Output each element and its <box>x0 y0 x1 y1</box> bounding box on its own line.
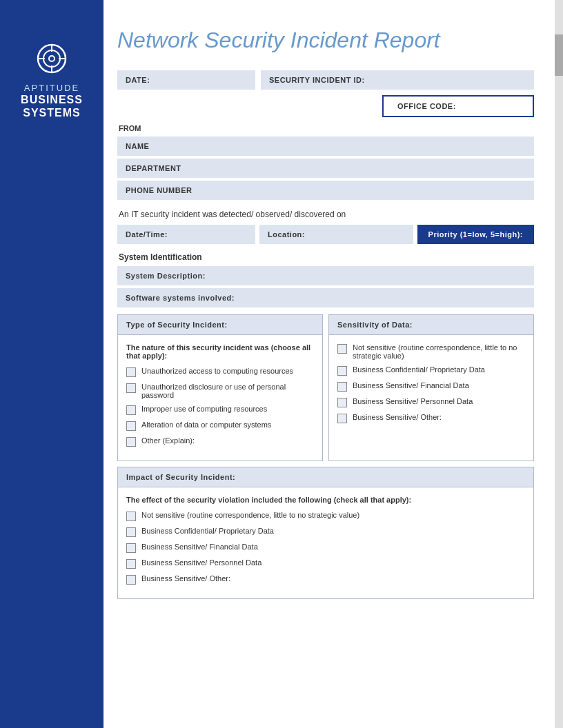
impact-checkbox-4[interactable]: Business Sensitive/ Personnel Data <box>126 558 525 569</box>
impact-label-1: Not sensitive (routine correspondence, l… <box>141 511 359 519</box>
software-field[interactable]: Software systems involved: <box>117 288 534 307</box>
impact-box-5[interactable] <box>126 575 136 585</box>
sensitivity-checkbox-3[interactable]: Business Sensitive/ Financial Data <box>337 381 525 392</box>
name-field[interactable]: NAME <box>117 136 534 156</box>
main-content: Network Security Incident Report DATE: S… <box>103 0 555 632</box>
impact-section: Impact of Security Incident: The effect … <box>117 467 534 599</box>
scrollbar[interactable] <box>555 0 563 728</box>
sensitivity-box-2[interactable] <box>337 366 347 376</box>
impact-box-3[interactable] <box>126 543 136 553</box>
sensitivity-checkbox-1[interactable]: Not sensitive (routine correspondence, l… <box>337 343 525 360</box>
sensitivity-checkbox-4[interactable]: Business Sensitive/ Personnel Data <box>337 397 525 407</box>
type-checkbox-label-1: Unauthorized access to computing resourc… <box>141 367 293 375</box>
type-checkbox-1[interactable]: Unauthorized access to computing resourc… <box>126 367 314 377</box>
svg-point-2 <box>49 56 55 61</box>
checkbox-box-1[interactable] <box>126 367 136 377</box>
checkbox-box-4[interactable] <box>126 421 136 431</box>
nature-subtitle: The nature of this security incident was… <box>126 343 314 360</box>
sensitivity-box-1[interactable] <box>337 344 347 354</box>
system-identification-title: System Identification <box>117 252 534 262</box>
impact-box-2[interactable] <box>126 527 136 537</box>
checkbox-box-2[interactable] <box>126 383 136 393</box>
top-fields-row: DATE: SECURITY INCIDENT ID: <box>117 70 534 90</box>
sensitivity-box-4[interactable] <box>337 398 347 407</box>
impact-label-5: Business Sensitive/ Other: <box>141 574 230 583</box>
sensitivity-label-1: Not sensitive (routine correspondence, l… <box>353 343 525 360</box>
phone-field[interactable]: PHONE NUMBER <box>117 181 534 200</box>
target-icon <box>34 41 69 76</box>
type-checkbox-label-2: Unauthorized disclosure or use of person… <box>141 383 314 399</box>
brand-main: BUSINESSSYSTEMS <box>21 93 83 119</box>
sidebar: APTITUDE BUSINESSSYSTEMS <box>0 0 103 728</box>
sensitivity-header: Sensitivity of Data: <box>329 315 533 335</box>
from-label: FROM <box>117 124 534 132</box>
date-label: DATE: <box>117 70 255 90</box>
security-id-label: SECURITY INCIDENT ID: <box>261 70 534 90</box>
detection-text: An IT security incident was detected/ ob… <box>119 210 534 219</box>
type-checkbox-3[interactable]: Improper use of computing resources <box>126 405 314 415</box>
datetime-label[interactable]: Date/Time: <box>117 225 255 244</box>
impact-checkbox-5[interactable]: Business Sensitive/ Other: <box>126 574 525 585</box>
report-title: Network Security Incident Report <box>117 28 534 53</box>
brand-top: APTITUDE <box>24 83 79 93</box>
scrollbar-thumb[interactable] <box>555 34 563 76</box>
type-body: The nature of this security incident was… <box>118 335 322 461</box>
impact-subtitle: The effect of the security violation inc… <box>126 496 525 504</box>
impact-checkbox-3[interactable]: Business Sensitive/ Financial Data <box>126 543 525 553</box>
impact-label-3: Business Sensitive/ Financial Data <box>141 543 258 551</box>
department-field[interactable]: DEPARTMENT <box>117 159 534 178</box>
type-checkbox-label-4: Alteration of data or computer systems <box>141 421 271 429</box>
svg-point-1 <box>43 50 60 67</box>
type-checkbox-label-5: Other (Explain): <box>141 436 195 445</box>
type-checkbox-5[interactable]: Other (Explain): <box>126 436 314 447</box>
impact-box-1[interactable] <box>126 512 136 521</box>
impact-header: Impact of Security Incident: <box>118 467 533 487</box>
sensitivity-column: Sensitivity of Data: Not sensitive (rout… <box>328 314 534 461</box>
type-checkbox-4[interactable]: Alteration of data or computer systems <box>126 421 314 431</box>
incident-columns: Type of Security Incident: The nature of… <box>117 314 534 461</box>
office-code-label: OFFICE CODE: <box>382 95 534 117</box>
sensitivity-checkbox-2[interactable]: Business Confidential/ Proprietary Data <box>337 365 525 376</box>
detection-row: Date/Time: Location: Priority (1=low, 5=… <box>117 225 534 244</box>
sensitivity-label-4: Business Sensitive/ Personnel Data <box>353 397 473 405</box>
impact-checkbox-1[interactable]: Not sensitive (routine correspondence, l… <box>126 511 525 521</box>
location-label[interactable]: Location: <box>259 225 413 244</box>
sensitivity-box-3[interactable] <box>337 382 347 392</box>
priority-label: Priority (1=low, 5=high): <box>417 225 534 244</box>
impact-box-4[interactable] <box>126 559 136 569</box>
sensitivity-label-5: Business Sensitive/ Other: <box>353 413 442 421</box>
system-description-field[interactable]: System Description: <box>117 266 534 285</box>
type-checkbox-label-3: Improper use of computing resources <box>141 405 267 413</box>
impact-label-4: Business Sensitive/ Personnel Data <box>141 558 261 567</box>
sensitivity-label-2: Business Confidential/ Proprietary Data <box>353 365 485 374</box>
sensitivity-box-5[interactable] <box>337 414 347 423</box>
type-column: Type of Security Incident: The nature of… <box>117 314 323 461</box>
office-code-row: OFFICE CODE: <box>117 95 534 117</box>
type-header: Type of Security Incident: <box>118 315 322 335</box>
type-checkbox-2[interactable]: Unauthorized disclosure or use of person… <box>126 383 314 399</box>
sensitivity-label-3: Business Sensitive/ Financial Data <box>353 381 469 390</box>
impact-label-2: Business Confidential/ Proprietary Data <box>141 527 274 535</box>
sensitivity-checkbox-5[interactable]: Business Sensitive/ Other: <box>337 413 525 423</box>
impact-checkbox-2[interactable]: Business Confidential/ Proprietary Data <box>126 527 525 537</box>
impact-body: The effect of the security violation inc… <box>118 487 533 598</box>
checkbox-box-3[interactable] <box>126 405 136 415</box>
sensitivity-body: Not sensitive (routine correspondence, l… <box>329 335 533 437</box>
checkbox-box-5[interactable] <box>126 437 136 447</box>
